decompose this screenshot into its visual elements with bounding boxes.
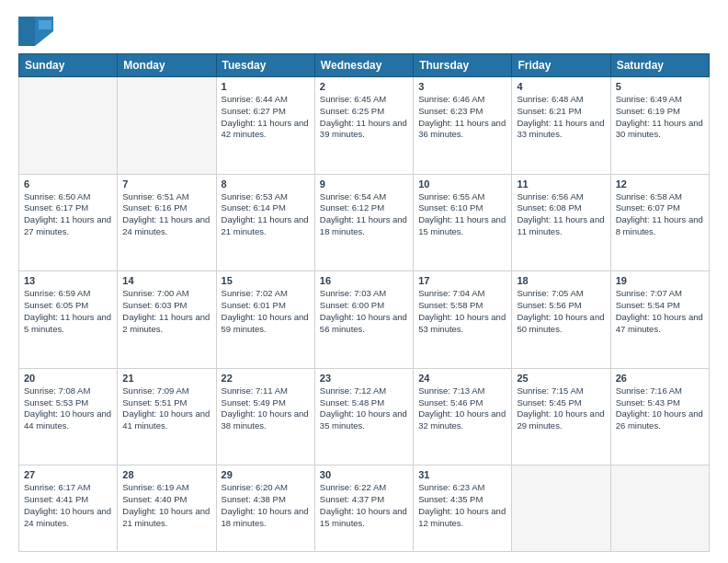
day-number: 14 [122, 275, 210, 286]
day-number: 28 [122, 469, 210, 480]
cell-info: Sunrise: 6:55 AMSunset: 6:10 PMDaylight:… [418, 191, 506, 238]
calendar-cell: 18Sunrise: 7:05 AMSunset: 5:56 PMDayligh… [512, 271, 610, 369]
cell-info: Sunrise: 7:13 AMSunset: 5:46 PMDaylight:… [418, 385, 506, 432]
calendar-cell: 20Sunrise: 7:08 AMSunset: 5:53 PMDayligh… [19, 368, 118, 465]
day-number: 5 [616, 81, 704, 92]
calendar-day-header: Sunday [19, 54, 118, 77]
day-number: 18 [517, 275, 605, 286]
day-number: 22 [222, 373, 310, 384]
cell-info: Sunrise: 6:46 AMSunset: 6:23 PMDaylight:… [418, 94, 506, 141]
day-number: 30 [320, 469, 408, 480]
cell-info: Sunrise: 7:12 AMSunset: 5:48 PMDaylight:… [320, 385, 408, 432]
cell-info: Sunrise: 7:09 AMSunset: 5:51 PMDaylight:… [122, 385, 210, 432]
calendar-day-header: Wednesday [314, 54, 413, 77]
day-number: 21 [122, 373, 210, 384]
day-number: 27 [24, 469, 112, 480]
calendar-cell: 10Sunrise: 6:55 AMSunset: 6:10 PMDayligh… [414, 174, 512, 271]
day-number: 31 [418, 469, 506, 480]
cell-info: Sunrise: 7:02 AMSunset: 6:01 PMDaylight:… [222, 288, 310, 335]
calendar-week-row: 6Sunrise: 6:50 AMSunset: 6:17 PMDaylight… [19, 174, 710, 271]
calendar-cell: 21Sunrise: 7:09 AMSunset: 5:51 PMDayligh… [118, 368, 216, 465]
day-number: 24 [418, 373, 506, 384]
calendar-cell: 12Sunrise: 6:58 AMSunset: 6:07 PMDayligh… [610, 174, 709, 271]
calendar-week-row: 13Sunrise: 6:59 AMSunset: 6:05 PMDayligh… [19, 271, 710, 369]
calendar-cell: 26Sunrise: 7:16 AMSunset: 5:43 PMDayligh… [610, 368, 709, 465]
calendar-day-header: Monday [118, 54, 216, 77]
calendar-cell: 6Sunrise: 6:50 AMSunset: 6:17 PMDaylight… [19, 174, 118, 271]
calendar-cell: 7Sunrise: 6:51 AMSunset: 6:16 PMDaylight… [118, 174, 216, 271]
calendar-table: SundayMondayTuesdayWednesdayThursdayFrid… [18, 53, 710, 552]
logo-icon [18, 17, 53, 46]
cell-info: Sunrise: 7:16 AMSunset: 5:43 PMDaylight:… [616, 385, 704, 432]
calendar-cell: 25Sunrise: 7:15 AMSunset: 5:45 PMDayligh… [512, 368, 610, 465]
cell-info: Sunrise: 7:00 AMSunset: 6:03 PMDaylight:… [122, 288, 210, 335]
calendar-cell [118, 77, 216, 175]
calendar-day-header: Thursday [414, 54, 512, 77]
day-number: 7 [122, 178, 210, 190]
cell-info: Sunrise: 6:45 AMSunset: 6:25 PMDaylight:… [320, 94, 408, 141]
cell-info: Sunrise: 6:59 AMSunset: 6:05 PMDaylight:… [24, 288, 112, 335]
calendar-header-row: SundayMondayTuesdayWednesdayThursdayFrid… [19, 54, 710, 77]
cell-info: Sunrise: 6:56 AMSunset: 6:08 PMDaylight:… [517, 191, 605, 238]
calendar-cell: 15Sunrise: 7:02 AMSunset: 6:01 PMDayligh… [216, 271, 314, 369]
calendar-cell [19, 77, 118, 175]
day-number: 10 [418, 178, 506, 190]
cell-info: Sunrise: 6:17 AMSunset: 4:41 PMDaylight:… [24, 482, 112, 529]
calendar-day-header: Friday [512, 54, 610, 77]
page: SundayMondayTuesdayWednesdayThursdayFrid… [0, 0, 728, 563]
calendar-cell: 28Sunrise: 6:19 AMSunset: 4:40 PMDayligh… [118, 465, 216, 552]
day-number: 17 [418, 275, 506, 286]
day-number: 20 [24, 373, 112, 384]
cell-info: Sunrise: 6:51 AMSunset: 6:16 PMDaylight:… [122, 191, 210, 238]
day-number: 3 [418, 81, 506, 92]
day-number: 9 [320, 178, 408, 190]
cell-info: Sunrise: 7:04 AMSunset: 5:58 PMDaylight:… [418, 288, 506, 335]
logo [18, 15, 57, 46]
day-number: 16 [320, 275, 408, 286]
cell-info: Sunrise: 6:22 AMSunset: 4:37 PMDaylight:… [320, 482, 408, 529]
calendar-cell: 14Sunrise: 7:00 AMSunset: 6:03 PMDayligh… [118, 271, 216, 369]
calendar-cell: 30Sunrise: 6:22 AMSunset: 4:37 PMDayligh… [314, 465, 413, 552]
calendar-cell: 22Sunrise: 7:11 AMSunset: 5:49 PMDayligh… [216, 368, 314, 465]
calendar-cell: 5Sunrise: 6:49 AMSunset: 6:19 PMDaylight… [610, 77, 709, 175]
day-number: 8 [222, 178, 310, 190]
cell-info: Sunrise: 6:19 AMSunset: 4:40 PMDaylight:… [122, 482, 210, 529]
day-number: 12 [616, 178, 704, 190]
cell-info: Sunrise: 7:03 AMSunset: 6:00 PMDaylight:… [320, 288, 408, 335]
calendar-day-header: Saturday [610, 54, 709, 77]
calendar-cell: 16Sunrise: 7:03 AMSunset: 6:00 PMDayligh… [314, 271, 413, 369]
cell-info: Sunrise: 6:54 AMSunset: 6:12 PMDaylight:… [320, 191, 408, 238]
calendar-cell: 31Sunrise: 6:23 AMSunset: 4:35 PMDayligh… [414, 465, 512, 552]
day-number: 1 [222, 81, 310, 92]
calendar-cell: 11Sunrise: 6:56 AMSunset: 6:08 PMDayligh… [512, 174, 610, 271]
cell-info: Sunrise: 7:15 AMSunset: 5:45 PMDaylight:… [517, 385, 605, 432]
calendar-cell: 2Sunrise: 6:45 AMSunset: 6:25 PMDaylight… [314, 77, 413, 175]
calendar-cell: 9Sunrise: 6:54 AMSunset: 6:12 PMDaylight… [314, 174, 413, 271]
cell-info: Sunrise: 7:08 AMSunset: 5:53 PMDaylight:… [24, 385, 112, 432]
calendar-cell [610, 465, 709, 552]
day-number: 2 [320, 81, 408, 92]
calendar-cell: 24Sunrise: 7:13 AMSunset: 5:46 PMDayligh… [414, 368, 512, 465]
cell-info: Sunrise: 7:07 AMSunset: 5:54 PMDaylight:… [616, 288, 704, 335]
cell-info: Sunrise: 6:23 AMSunset: 4:35 PMDaylight:… [418, 482, 506, 529]
header [18, 15, 710, 46]
svg-marker-2 [39, 20, 51, 29]
svg-rect-0 [18, 17, 35, 46]
day-number: 29 [222, 469, 310, 480]
calendar-cell: 29Sunrise: 6:20 AMSunset: 4:38 PMDayligh… [216, 465, 314, 552]
calendar-cell: 4Sunrise: 6:48 AMSunset: 6:21 PMDaylight… [512, 77, 610, 175]
day-number: 11 [517, 178, 605, 190]
cell-info: Sunrise: 6:48 AMSunset: 6:21 PMDaylight:… [517, 94, 605, 141]
calendar-cell: 8Sunrise: 6:53 AMSunset: 6:14 PMDaylight… [216, 174, 314, 271]
day-number: 26 [616, 373, 704, 384]
cell-info: Sunrise: 6:44 AMSunset: 6:27 PMDaylight:… [222, 94, 310, 141]
calendar-cell: 19Sunrise: 7:07 AMSunset: 5:54 PMDayligh… [610, 271, 709, 369]
calendar-cell: 23Sunrise: 7:12 AMSunset: 5:48 PMDayligh… [314, 368, 413, 465]
cell-info: Sunrise: 7:05 AMSunset: 5:56 PMDaylight:… [517, 288, 605, 335]
calendar-cell: 17Sunrise: 7:04 AMSunset: 5:58 PMDayligh… [414, 271, 512, 369]
cell-info: Sunrise: 6:20 AMSunset: 4:38 PMDaylight:… [222, 482, 310, 529]
calendar-week-row: 27Sunrise: 6:17 AMSunset: 4:41 PMDayligh… [19, 465, 710, 552]
cell-info: Sunrise: 7:11 AMSunset: 5:49 PMDaylight:… [222, 385, 310, 432]
cell-info: Sunrise: 6:49 AMSunset: 6:19 PMDaylight:… [616, 94, 704, 141]
cell-info: Sunrise: 6:53 AMSunset: 6:14 PMDaylight:… [222, 191, 310, 238]
